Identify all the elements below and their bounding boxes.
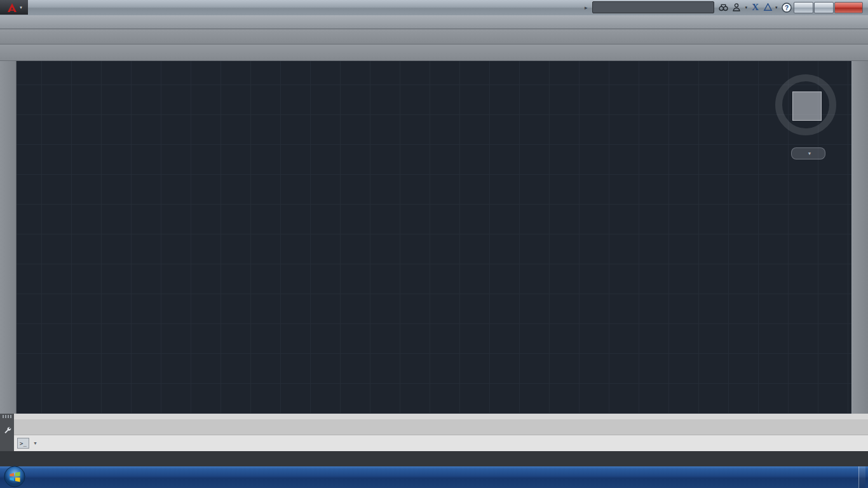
show-desktop-button[interactable]	[858, 466, 865, 488]
autocad-logo-icon	[6, 2, 18, 13]
windows-taskbar	[0, 466, 868, 488]
restore-button[interactable]	[814, 2, 834, 13]
command-input-row[interactable]: >_ ▼	[14, 435, 868, 451]
properties-toolbar-row	[0, 44, 868, 61]
user-icon	[733, 3, 740, 11]
command-chip-icon[interactable]: >_	[17, 438, 29, 449]
viewcube-wcs-menu[interactable]: ▼	[791, 147, 825, 159]
infocenter-search-input[interactable]	[592, 1, 714, 13]
start-button[interactable]	[3, 464, 27, 488]
close-button[interactable]	[834, 2, 863, 13]
menu-bar	[0, 15, 868, 29]
search-binoculars-icon[interactable]	[719, 3, 728, 11]
command-window: >_ ▼	[0, 414, 868, 451]
drawing-content	[17, 61, 851, 414]
command-wrench-icon[interactable]	[3, 426, 11, 434]
layout-tab-bar	[0, 451, 868, 466]
command-window-controls	[0, 414, 14, 451]
sign-in-button[interactable]: ▾	[733, 3, 748, 11]
sign-in-caret-icon[interactable]: ▾	[745, 5, 748, 10]
modify-toolbar	[851, 61, 868, 414]
autodesk360-icon[interactable]: ▾	[763, 3, 778, 11]
drawing-canvas[interactable]: ▼	[17, 61, 851, 414]
viewcube-top-face[interactable]	[792, 92, 822, 121]
application-menu-button[interactable]: ▾	[0, 0, 28, 15]
infocenter-expand-icon[interactable]: ▸	[585, 4, 588, 11]
status-bar	[865, 451, 868, 466]
a360-caret-icon[interactable]: ▾	[775, 5, 778, 10]
svg-text:?: ?	[785, 4, 789, 11]
infocenter: ▸ ▾ X ▾ ? ▾	[585, 1, 797, 13]
minimize-button[interactable]	[794, 2, 813, 13]
standard-toolbar-row	[0, 29, 868, 44]
command-grip[interactable]	[3, 415, 11, 418]
app-menu-caret-icon: ▾	[20, 5, 22, 10]
system-tray	[836, 466, 868, 488]
wcs-caret-icon: ▼	[808, 151, 812, 156]
command-recent-caret-icon[interactable]: ▼	[33, 441, 37, 445]
title-bar: ▾ ▸ ▾ X ▾ ? ▾	[0, 0, 868, 16]
command-history-line	[14, 419, 868, 435]
draw-toolbar	[0, 61, 17, 414]
exchange-apps-icon[interactable]: X	[752, 2, 759, 13]
window-controls	[794, 2, 863, 13]
